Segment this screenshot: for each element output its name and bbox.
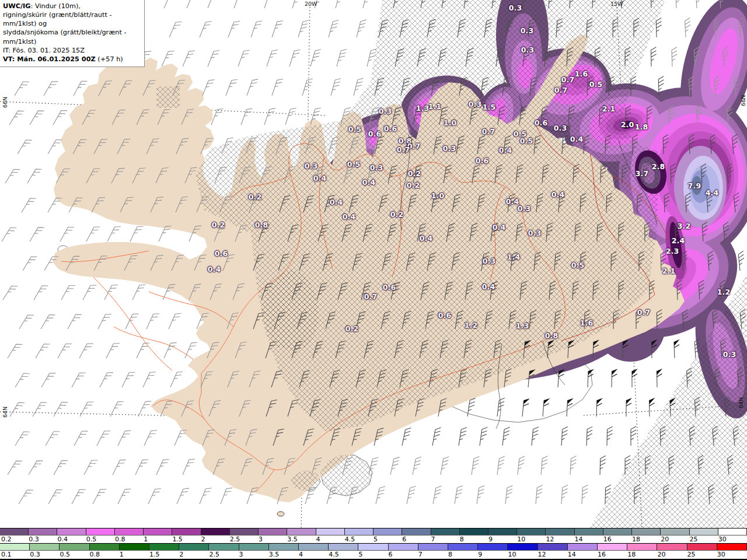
- title-line-3: slydda/snjókoma (grátt/bleikt/grænt - mm…: [3, 28, 141, 46]
- sleet-scale-cell: [57, 528, 86, 535]
- sleet-scale-tick-label: 10: [517, 536, 525, 543]
- sleet-scale-cell: [690, 528, 718, 535]
- rain-scale-tick-label: 20: [657, 551, 665, 558]
- sleet-scale-tick-label: 3.5: [287, 536, 298, 543]
- sleet-scale-cell: [575, 528, 603, 535]
- iceland-map: [0, 0, 747, 528]
- rain-scale-cell: [538, 544, 568, 550]
- rain-scale-cell: [179, 544, 209, 550]
- rain-scale-tick-label: 7: [418, 551, 423, 558]
- sleet-scale-tick-label: 0.8: [115, 536, 125, 543]
- rain-scale-cell: [120, 544, 149, 550]
- sleet-scale-cell: [172, 528, 201, 535]
- rain-scale-tick-label: 14: [568, 551, 576, 558]
- sleet-scale-tick-label: 1.5: [172, 536, 183, 543]
- rain-scale-cell: [508, 544, 537, 550]
- rain-scale-tick-label: 4.5: [329, 551, 339, 558]
- rain-scale-tick-label: 16: [598, 551, 606, 558]
- rain-scale-cell: [598, 544, 627, 550]
- sleet-scale-cell: [546, 528, 574, 535]
- sleet-scale-tick-label: 7: [431, 536, 435, 543]
- rain-scale-tick-label: 3.5: [269, 551, 280, 558]
- rain-scale-tick-label: 0.3: [30, 551, 40, 558]
- sleet-scale-cell: [603, 528, 632, 535]
- sleet-scale-tick-label: 4: [316, 536, 320, 543]
- rain-scale-cell: [90, 544, 120, 550]
- rain-scale-cell: [448, 544, 478, 550]
- rain-scale-tick-label: 3: [239, 551, 243, 558]
- rain-scale-cell: [717, 544, 747, 550]
- rain-scale-cell: [389, 544, 418, 550]
- sleet-scale-tick-label: 5: [374, 536, 378, 543]
- sleet-scale-cell: [259, 528, 287, 535]
- rain-scale-cell: [299, 544, 329, 550]
- scale-sleet-snow: 0.20.30.40.50.811.522.533.544.5567891012…: [0, 528, 747, 543]
- rain-scale-tick-label: 12: [538, 551, 546, 558]
- sleet-scale-cell: [29, 528, 57, 535]
- sleet-scale-cell: [517, 528, 546, 535]
- sleet-scale-tick-label: 0.3: [29, 536, 39, 543]
- rain-scale-cell: [0, 544, 30, 550]
- rain-scale-tick-label: 0.8: [90, 551, 100, 558]
- rain-scale-cell: [209, 544, 239, 550]
- sleet-scale-cell: [488, 528, 517, 535]
- title-line-5: VT: Mán. 06.01.2025 00Z (+57 h): [3, 55, 141, 64]
- sleet-scale-cell: [86, 528, 115, 535]
- sleet-scale-tick-label: 0.2: [0, 536, 12, 543]
- sleet-scale-cell: [374, 528, 402, 535]
- sleet-scale-cell: [201, 528, 230, 535]
- sleet-scale-cell: [431, 528, 460, 535]
- rain-scale-tick-label: 0.5: [60, 551, 70, 558]
- weather-chart: 0.30.30.30.71.60.50.72.12.01.80.60.30.40…: [0, 0, 747, 560]
- rain-scale-cell: [269, 544, 299, 550]
- rain-scale-cell: [568, 544, 598, 550]
- sleet-scale-tick-label: 20: [661, 536, 669, 543]
- sleet-scale-tick-label: 4.5: [345, 536, 355, 543]
- rain-scale-tick-label: 1.5: [149, 551, 160, 558]
- rain-scale-tick-label: 1: [120, 551, 124, 558]
- sleet-scale-cell: [0, 528, 29, 535]
- rain-scale-tick-label: 8: [448, 551, 452, 558]
- sleet-scale-tick-label: 14: [575, 536, 583, 543]
- rain-scale-tick-label: 10: [508, 551, 516, 558]
- sleet-scale-tick-label: 3: [259, 536, 263, 543]
- rain-scale-tick-label: 2: [179, 551, 183, 558]
- sleet-scale-tick-label: 2: [201, 536, 205, 543]
- sleet-scale-cell: [632, 528, 661, 535]
- title-line-4: IT: Fös. 03. 01. 2025 15Z: [3, 46, 141, 55]
- rain-scale-tick-label: 25: [687, 551, 696, 558]
- sleet-scale-tick-label: 2.5: [230, 536, 240, 543]
- rain-scale-cell: [687, 544, 717, 550]
- rain-scale-cell: [478, 544, 508, 550]
- sleet-scale-tick-label: 25: [690, 536, 698, 543]
- sleet-scale-cell: [287, 528, 316, 535]
- rain-scale-cell: [149, 544, 179, 550]
- sleet-scale-tick-label: 0.4: [57, 536, 68, 543]
- rain-scale-tick-label: 0.1: [0, 551, 12, 558]
- rain-scale-tick-label: 9: [478, 551, 482, 558]
- rain-scale-tick-label: 4: [299, 551, 303, 558]
- title-line-1: UWC/IG: Vindur (10m),: [3, 2, 141, 10]
- sleet-scale-tick-label: 0.5: [86, 536, 97, 543]
- sleet-scale-tick-label: 30: [718, 536, 727, 543]
- sleet-scale-cell: [115, 528, 144, 535]
- title-line-2: rigning/skúrir (grænt/blátt/rautt - mm/1…: [3, 10, 141, 28]
- rain-scale-tick-label: 6: [389, 551, 393, 558]
- sleet-scale-cell: [316, 528, 345, 535]
- sleet-scale-cell: [460, 528, 488, 535]
- sleet-scale-cell: [144, 528, 172, 535]
- rain-scale-cell: [418, 544, 448, 550]
- rain-scale-tick-label: 5: [358, 551, 362, 558]
- sleet-scale-tick-label: 12: [546, 536, 554, 543]
- scale-rain: 0.10.30.50.811.522.533.544.5567891012141…: [0, 543, 747, 558]
- rain-scale-cell: [657, 544, 687, 550]
- rain-scale-cell: [329, 544, 358, 550]
- sleet-scale-tick-label: 16: [603, 536, 612, 543]
- sleet-scale-tick-label: 9: [488, 536, 493, 543]
- rain-scale-tick-label: 30: [717, 551, 725, 558]
- rain-scale-tick-label: 2.5: [209, 551, 219, 558]
- sleet-scale-cell: [402, 528, 431, 535]
- rain-scale-tick-label: 18: [627, 551, 636, 558]
- sleet-scale-cell: [718, 528, 747, 535]
- sleet-scale-cell: [345, 528, 374, 535]
